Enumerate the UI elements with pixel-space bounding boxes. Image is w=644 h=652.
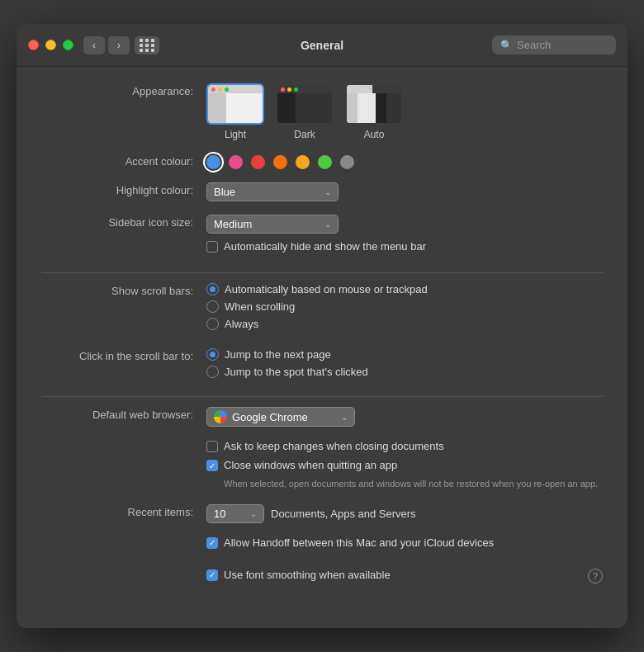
search-placeholder: Search bbox=[517, 39, 551, 51]
accent-blue[interactable] bbox=[206, 155, 220, 169]
search-icon: 🔍 bbox=[500, 40, 513, 51]
scroll-always-radio[interactable] bbox=[206, 318, 219, 330]
grid-button[interactable] bbox=[135, 36, 159, 54]
accent-orange[interactable] bbox=[273, 155, 287, 169]
accent-gray[interactable] bbox=[340, 155, 354, 169]
dot-yellow bbox=[218, 87, 222, 92]
appearance-auto[interactable]: Auto bbox=[345, 83, 403, 140]
sidebar-icon-value: Medium bbox=[214, 218, 252, 230]
scroll-spot-radio[interactable] bbox=[206, 366, 219, 378]
browser-field: Google Chrome ⌄ bbox=[206, 407, 603, 427]
scroll-auto-radio[interactable] bbox=[206, 283, 219, 295]
scroll-spot-row: Jump to the spot that's clicked bbox=[206, 366, 603, 378]
recent-control-row: 10 ⌄ Documents, Apps and Servers bbox=[206, 504, 603, 523]
fullscreen-button[interactable] bbox=[63, 40, 73, 50]
recent-stepper[interactable]: 10 ⌄ bbox=[206, 504, 264, 523]
main-window: ‹ › General 🔍 Search Appearance: bbox=[17, 24, 627, 627]
highlight-value: Blue bbox=[214, 186, 235, 198]
thumb-dark-content bbox=[296, 93, 332, 123]
appearance-light-thumb bbox=[206, 83, 264, 125]
thumb-light-sidebar bbox=[208, 93, 226, 123]
thumb-dark-bar bbox=[277, 85, 332, 93]
accent-row: Accent colour: bbox=[41, 154, 603, 169]
sidebar-icon-field: Medium ⌄ Automatically hide and show the… bbox=[206, 215, 603, 259]
handoff-checkbox[interactable] bbox=[206, 537, 218, 549]
scroll-scrolling-radio[interactable] bbox=[206, 300, 219, 313]
scroll-next-radio[interactable] bbox=[206, 348, 219, 361]
help-button[interactable]: ? bbox=[588, 569, 603, 583]
sidebar-icon-row: Sidebar icon size: Medium ⌄ Automaticall… bbox=[41, 215, 603, 259]
appearance-light-label: Light bbox=[225, 129, 246, 140]
recent-suffix: Documents, Apps and Servers bbox=[271, 508, 416, 520]
thumb-light-bar bbox=[208, 85, 263, 93]
accent-pink[interactable] bbox=[229, 155, 243, 169]
close-button[interactable] bbox=[28, 40, 39, 50]
recent-row: Recent items: 10 ⌄ Documents, Apps and S… bbox=[41, 504, 603, 523]
accent-field bbox=[206, 154, 603, 169]
chevron-down-icon: ⌄ bbox=[250, 509, 257, 518]
browser-row: Default web browser: Google Chrome ⌄ bbox=[41, 407, 603, 427]
font-smoothing-spacer bbox=[41, 569, 206, 570]
handoff-field: Allow Handoff between this Mac and your … bbox=[206, 536, 603, 555]
chevron-down-icon: ⌄ bbox=[324, 220, 331, 229]
dot-green bbox=[225, 87, 229, 92]
highlight-row: Highlight colour: Blue ⌄ bbox=[41, 182, 603, 201]
close-docs-checkbox-row: Ask to keep changes when closing documen… bbox=[206, 440, 603, 452]
menubar-checkbox[interactable] bbox=[206, 241, 218, 253]
appearance-auto-label: Auto bbox=[364, 129, 385, 140]
close-docs-label-spacer bbox=[41, 440, 206, 442]
font-smoothing-checkbox[interactable] bbox=[206, 569, 218, 581]
accent-red[interactable] bbox=[251, 155, 265, 169]
close-docs-checkbox[interactable] bbox=[206, 441, 218, 452]
scroll-bars-field: Automatically based on mouse or trackpad… bbox=[206, 283, 603, 335]
menubar-label: Automatically hide and show the menu bar bbox=[224, 240, 426, 253]
chevron-down-icon: ⌄ bbox=[324, 187, 331, 196]
appearance-dark[interactable]: Dark bbox=[276, 83, 334, 140]
appearance-dark-label: Dark bbox=[294, 129, 315, 140]
dot-red bbox=[281, 87, 285, 92]
sidebar-icon-dropdown[interactable]: Medium ⌄ bbox=[206, 215, 339, 234]
sidebar-icon-label: Sidebar icon size: bbox=[41, 215, 206, 229]
appearance-options: Light Dark bbox=[206, 83, 603, 140]
thumb-dark-sidebar bbox=[277, 93, 296, 123]
window-title: General bbox=[301, 39, 343, 52]
chrome-icon bbox=[214, 410, 227, 423]
accent-yellow[interactable] bbox=[296, 155, 310, 169]
font-smoothing-field: Use font smoothing when available ? bbox=[206, 569, 603, 590]
handoff-spacer bbox=[41, 536, 206, 538]
appearance-dark-thumb bbox=[276, 83, 334, 125]
browser-dropdown[interactable]: Google Chrome ⌄ bbox=[206, 407, 355, 427]
appearance-field: Light Dark bbox=[206, 83, 603, 140]
highlight-label: Highlight colour: bbox=[41, 182, 206, 196]
nav-buttons: ‹ › bbox=[83, 36, 130, 54]
forward-button[interactable]: › bbox=[108, 36, 130, 54]
content-area: Appearance: L bbox=[17, 67, 627, 627]
font-smoothing-row: Use font smoothing when available ? bbox=[41, 569, 603, 590]
search-box[interactable]: 🔍 Search bbox=[492, 35, 616, 54]
dot-yellow bbox=[287, 87, 291, 92]
appearance-auto-thumb bbox=[345, 83, 403, 125]
thumb-auto-content-right bbox=[386, 93, 401, 123]
menubar-checkbox-row: Automatically hide and show the menu bar bbox=[206, 240, 603, 253]
accent-green[interactable] bbox=[318, 155, 332, 169]
close-windows-checkbox[interactable] bbox=[206, 460, 218, 471]
thumb-auto-bar-right bbox=[372, 85, 401, 93]
chevron-down-icon: ⌄ bbox=[341, 413, 348, 422]
appearance-light[interactable]: Light bbox=[206, 83, 264, 140]
back-button[interactable]: ‹ bbox=[83, 36, 105, 54]
handoff-label: Allow Handoff between this Mac and your … bbox=[224, 536, 494, 549]
accent-dots bbox=[206, 154, 603, 169]
scroll-auto-label: Automatically based on mouse or trackpad bbox=[225, 283, 428, 295]
titlebar: ‹ › General 🔍 Search bbox=[17, 24, 627, 67]
browser-label: Default web browser: bbox=[41, 407, 206, 421]
close-docs-row: Ask to keep changes when closing documen… bbox=[41, 440, 603, 490]
browser-dropdown-inner: Google Chrome bbox=[214, 410, 308, 423]
minimize-button[interactable] bbox=[45, 40, 56, 50]
highlight-dropdown[interactable]: Blue ⌄ bbox=[206, 182, 339, 201]
scroll-bars-row: Show scroll bars: Automatically based on… bbox=[41, 283, 603, 335]
font-smoothing-label: Use font smoothing when available bbox=[224, 569, 391, 581]
browser-value: Google Chrome bbox=[232, 411, 308, 423]
dot-green bbox=[294, 87, 298, 92]
divider-1 bbox=[41, 272, 603, 273]
scroll-always-label: Always bbox=[225, 318, 258, 330]
